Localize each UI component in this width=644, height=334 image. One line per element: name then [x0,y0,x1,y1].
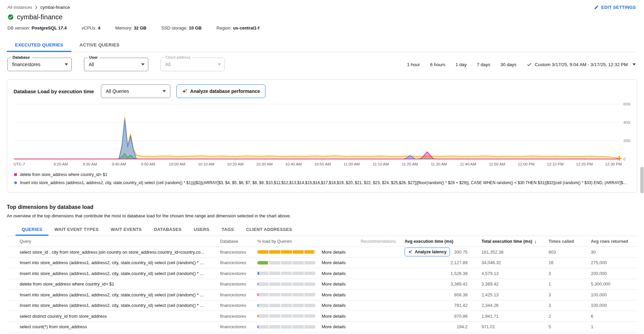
svg-text:10:20 AM: 10:20 AM [227,162,244,166]
query-cell[interactable]: Insert into store_address (address1, add… [7,303,220,308]
avg-execution-time-cell: 3,389.42 [405,281,472,287]
tab-active-queries[interactable]: ACTIVE QUERIES [71,39,128,52]
load-bar-segment [304,261,316,264]
section-description: An overview of the top dimensions that c… [7,213,637,218]
load-bar-segment [293,261,304,264]
table-row[interactable]: Insert into store_address (address1, add… [7,300,637,311]
chart-legend: delete from store_address where country_… [14,169,630,190]
load-bar [257,325,316,329]
info-label: Memory: [115,25,132,31]
filter-row: DatabasefinancestoresUserAllClient addre… [0,52,644,71]
query-cell[interactable]: Insert into store_address (address1, add… [7,292,220,297]
query-filter-select[interactable]: All Queries [101,84,170,98]
column-header: Avg rows returned [591,239,637,244]
load-bar-segment [281,314,292,318]
custom-time-range[interactable]: Custom 3/17/25, 9:04 AM - 3/17/25, 12:32… [527,62,636,67]
query-cell[interactable]: delete from store_address where country_… [7,281,220,287]
database-cell: financestores [220,250,257,255]
time-range-option[interactable]: 30 days [500,62,516,67]
scrollbar-thumb[interactable] [640,167,644,193]
avg-rows-returned-cell: 30 [591,250,637,255]
more-details-link[interactable]: More details [322,292,361,297]
database-cell: financestores [220,260,257,265]
table-row[interactable]: select count(*) from store_addressfinanc… [7,322,637,333]
total-execution-time-cell: 3,389.42 [472,281,549,287]
load-bar-segment [304,293,316,296]
dimension-tab-wait-events[interactable]: WAIT EVENTS [105,224,148,236]
query-cell[interactable]: Insert into store_address (address1, add… [7,260,220,265]
analyze-latency-button[interactable]: Analyze latency [405,248,450,256]
svg-text:400ms: 400ms [623,120,630,124]
database-cell: financestores [220,271,257,276]
dimension-tab-queries[interactable]: QUERIES [16,224,48,236]
more-details-link[interactable]: More details [322,314,361,319]
column-header: Times called [549,239,591,244]
filter-database[interactable]: Databasefinancestores [7,58,72,71]
load-bar-fill [304,250,314,254]
query-cell[interactable]: select count(*) from store_address [7,324,220,329]
load-bar-segment [281,282,292,286]
avg-rows-returned-cell: 200,000 [591,271,637,276]
column-header-label: Recommendations [361,239,396,244]
load-bar-fill [257,293,258,296]
analyze-latency-label: Analyze latency [415,250,447,254]
dimension-tab-tags[interactable]: TAGS [216,224,240,236]
total-execution-time-cell: 4,579.13 [472,271,549,276]
database-cell: financestores [220,303,257,308]
tab-executed-queries[interactable]: EXECUTED QUERIES [7,39,71,52]
svg-text:200ms: 200ms [623,139,630,143]
edit-settings-button[interactable]: EDIT SETTINGS [594,5,636,10]
load-cell [257,282,322,286]
analyze-database-performance-button[interactable]: Analyze database performance [176,84,265,98]
time-range-bar: 1 hour6 hours1 day7 days30 days Custom 3… [407,62,636,67]
load-bar-fill [257,304,258,307]
load-bar-segment [269,293,280,296]
svg-text:10:40 AM: 10:40 AM [285,162,302,166]
svg-text:11:00 AM: 11:00 AM [344,162,360,166]
info-label: DB version: [7,25,30,31]
dimension-tab-users[interactable]: USERS [188,224,215,236]
load-bar-segment [257,325,269,329]
table-row[interactable]: select distinct country_id from store_ad… [7,311,637,322]
avg-execution-time-cell: 970.86 [405,314,472,319]
load-bar-fill [257,272,259,275]
table-row[interactable]: Insert into store_address (address1, add… [7,258,637,269]
column-header-label: Avg rows returned [591,239,628,244]
avg-execution-time-value: 970.86 [454,314,468,319]
table-row[interactable]: delete from store_address where country_… [7,279,637,290]
avg-execution-time-value: 1,526.38 [450,271,468,276]
svg-text:9:20 AM: 9:20 AM [53,162,68,166]
load-bar-segment [304,304,316,307]
load-cell [257,304,322,307]
avg-rows-returned-cell: 100,000 [591,303,637,308]
table-row[interactable]: select store_id , city from store_addres… [7,247,637,258]
load-bar-segment [269,314,280,318]
more-details-link[interactable]: More details [322,250,361,255]
svg-text:12:30 PM: 12:30 PM [605,162,622,166]
time-range-option[interactable]: 1 hour [407,62,420,67]
more-details-link[interactable]: More details [322,271,361,276]
more-details-link[interactable]: More details [322,260,361,265]
load-bar-segment [269,282,280,286]
load-bar-segment [269,261,280,264]
time-range-option[interactable]: 7 days [477,62,490,67]
query-cell[interactable]: select store_id , city from store_addres… [7,250,220,255]
table-row[interactable]: Insert into store_address (address1, add… [7,268,637,279]
load-bar-segment [269,325,280,329]
pencil-icon [594,5,599,10]
query-cell[interactable]: select distinct country_id from store_ad… [7,314,220,319]
time-range-option[interactable]: 1 day [455,62,467,67]
dimension-tab-client-addresses[interactable]: CLIENT ADDRESSES [240,224,298,236]
more-details-link[interactable]: More details [322,303,361,308]
query-cell[interactable]: Insert into store_address (address1, add… [7,271,220,276]
chevron-down-icon [163,90,166,92]
more-details-link[interactable]: More details [322,281,361,287]
dimension-tab-databases[interactable]: DATABASES [148,224,188,236]
sort-descending-icon[interactable]: ↓ [534,238,537,244]
table-row[interactable]: Insert into store_address (address1, add… [7,290,637,300]
time-range-option[interactable]: 6 hours [430,62,445,67]
more-details-link[interactable]: More details [322,324,361,329]
dimension-tab-wait-event-types[interactable]: WAIT EVENT TYPES [48,224,105,236]
filter-user[interactable]: UserAll [84,58,148,71]
breadcrumb-all-instances[interactable]: All instances [7,5,32,10]
